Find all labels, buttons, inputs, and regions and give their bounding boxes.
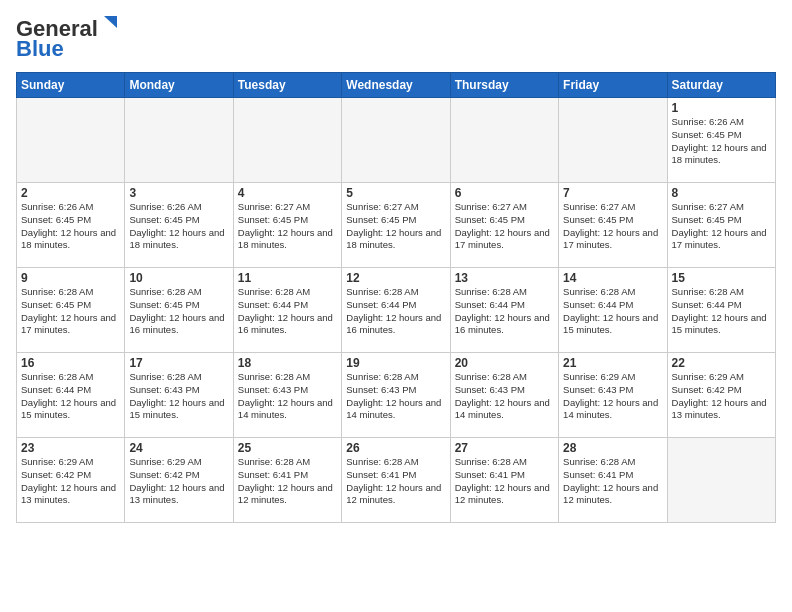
day-number: 15 xyxy=(672,271,771,285)
calendar-week-row: 9Sunrise: 6:28 AM Sunset: 6:45 PM Daylig… xyxy=(17,268,776,353)
day-info: Sunrise: 6:28 AM Sunset: 6:44 PM Dayligh… xyxy=(563,286,662,337)
calendar-cell: 7Sunrise: 6:27 AM Sunset: 6:45 PM Daylig… xyxy=(559,183,667,268)
day-info: Sunrise: 6:26 AM Sunset: 6:45 PM Dayligh… xyxy=(21,201,120,252)
calendar-cell xyxy=(342,98,450,183)
svg-marker-0 xyxy=(104,16,117,28)
logo-triangle-icon xyxy=(99,16,117,34)
day-info: Sunrise: 6:28 AM Sunset: 6:44 PM Dayligh… xyxy=(455,286,554,337)
header: General Blue xyxy=(16,16,776,62)
calendar-cell: 1Sunrise: 6:26 AM Sunset: 6:45 PM Daylig… xyxy=(667,98,775,183)
day-info: Sunrise: 6:28 AM Sunset: 6:44 PM Dayligh… xyxy=(238,286,337,337)
calendar-cell: 6Sunrise: 6:27 AM Sunset: 6:45 PM Daylig… xyxy=(450,183,558,268)
day-info: Sunrise: 6:28 AM Sunset: 6:43 PM Dayligh… xyxy=(346,371,445,422)
calendar-cell: 15Sunrise: 6:28 AM Sunset: 6:44 PM Dayli… xyxy=(667,268,775,353)
day-number: 11 xyxy=(238,271,337,285)
day-number: 12 xyxy=(346,271,445,285)
calendar-cell: 5Sunrise: 6:27 AM Sunset: 6:45 PM Daylig… xyxy=(342,183,450,268)
calendar-cell: 19Sunrise: 6:28 AM Sunset: 6:43 PM Dayli… xyxy=(342,353,450,438)
day-info: Sunrise: 6:28 AM Sunset: 6:45 PM Dayligh… xyxy=(21,286,120,337)
day-number: 9 xyxy=(21,271,120,285)
day-info: Sunrise: 6:26 AM Sunset: 6:45 PM Dayligh… xyxy=(129,201,228,252)
day-info: Sunrise: 6:29 AM Sunset: 6:43 PM Dayligh… xyxy=(563,371,662,422)
calendar-cell: 28Sunrise: 6:28 AM Sunset: 6:41 PM Dayli… xyxy=(559,438,667,523)
day-info: Sunrise: 6:28 AM Sunset: 6:44 PM Dayligh… xyxy=(672,286,771,337)
page: General Blue SundayMondayTuesdayWednesda… xyxy=(0,0,792,531)
day-info: Sunrise: 6:27 AM Sunset: 6:45 PM Dayligh… xyxy=(238,201,337,252)
day-info: Sunrise: 6:28 AM Sunset: 6:41 PM Dayligh… xyxy=(455,456,554,507)
day-number: 20 xyxy=(455,356,554,370)
calendar-cell: 23Sunrise: 6:29 AM Sunset: 6:42 PM Dayli… xyxy=(17,438,125,523)
day-info: Sunrise: 6:28 AM Sunset: 6:43 PM Dayligh… xyxy=(129,371,228,422)
day-info: Sunrise: 6:27 AM Sunset: 6:45 PM Dayligh… xyxy=(672,201,771,252)
day-of-week-header: Tuesday xyxy=(233,73,341,98)
calendar-cell xyxy=(233,98,341,183)
day-info: Sunrise: 6:28 AM Sunset: 6:41 PM Dayligh… xyxy=(238,456,337,507)
day-info: Sunrise: 6:29 AM Sunset: 6:42 PM Dayligh… xyxy=(129,456,228,507)
calendar-header-row: SundayMondayTuesdayWednesdayThursdayFrid… xyxy=(17,73,776,98)
day-number: 27 xyxy=(455,441,554,455)
calendar-cell: 2Sunrise: 6:26 AM Sunset: 6:45 PM Daylig… xyxy=(17,183,125,268)
day-number: 6 xyxy=(455,186,554,200)
calendar-cell: 13Sunrise: 6:28 AM Sunset: 6:44 PM Dayli… xyxy=(450,268,558,353)
day-number: 17 xyxy=(129,356,228,370)
day-info: Sunrise: 6:27 AM Sunset: 6:45 PM Dayligh… xyxy=(346,201,445,252)
calendar-cell: 14Sunrise: 6:28 AM Sunset: 6:44 PM Dayli… xyxy=(559,268,667,353)
day-number: 14 xyxy=(563,271,662,285)
calendar-cell: 22Sunrise: 6:29 AM Sunset: 6:42 PM Dayli… xyxy=(667,353,775,438)
day-number: 25 xyxy=(238,441,337,455)
day-info: Sunrise: 6:28 AM Sunset: 6:44 PM Dayligh… xyxy=(21,371,120,422)
calendar-cell xyxy=(17,98,125,183)
calendar-cell xyxy=(450,98,558,183)
day-number: 2 xyxy=(21,186,120,200)
day-number: 19 xyxy=(346,356,445,370)
calendar-cell: 17Sunrise: 6:28 AM Sunset: 6:43 PM Dayli… xyxy=(125,353,233,438)
calendar-week-row: 1Sunrise: 6:26 AM Sunset: 6:45 PM Daylig… xyxy=(17,98,776,183)
day-info: Sunrise: 6:28 AM Sunset: 6:41 PM Dayligh… xyxy=(563,456,662,507)
calendar-cell xyxy=(559,98,667,183)
day-of-week-header: Thursday xyxy=(450,73,558,98)
logo-container: General Blue xyxy=(16,16,117,62)
day-of-week-header: Saturday xyxy=(667,73,775,98)
calendar-cell: 20Sunrise: 6:28 AM Sunset: 6:43 PM Dayli… xyxy=(450,353,558,438)
calendar-cell: 9Sunrise: 6:28 AM Sunset: 6:45 PM Daylig… xyxy=(17,268,125,353)
day-number: 28 xyxy=(563,441,662,455)
day-info: Sunrise: 6:27 AM Sunset: 6:45 PM Dayligh… xyxy=(563,201,662,252)
day-info: Sunrise: 6:28 AM Sunset: 6:44 PM Dayligh… xyxy=(346,286,445,337)
day-of-week-header: Monday xyxy=(125,73,233,98)
day-info: Sunrise: 6:28 AM Sunset: 6:43 PM Dayligh… xyxy=(455,371,554,422)
calendar: SundayMondayTuesdayWednesdayThursdayFrid… xyxy=(16,72,776,523)
calendar-week-row: 16Sunrise: 6:28 AM Sunset: 6:44 PM Dayli… xyxy=(17,353,776,438)
day-number: 26 xyxy=(346,441,445,455)
calendar-cell: 10Sunrise: 6:28 AM Sunset: 6:45 PM Dayli… xyxy=(125,268,233,353)
day-info: Sunrise: 6:29 AM Sunset: 6:42 PM Dayligh… xyxy=(21,456,120,507)
day-of-week-header: Sunday xyxy=(17,73,125,98)
calendar-cell xyxy=(667,438,775,523)
day-info: Sunrise: 6:28 AM Sunset: 6:45 PM Dayligh… xyxy=(129,286,228,337)
day-number: 16 xyxy=(21,356,120,370)
day-number: 3 xyxy=(129,186,228,200)
calendar-cell xyxy=(125,98,233,183)
day-number: 23 xyxy=(21,441,120,455)
calendar-cell: 11Sunrise: 6:28 AM Sunset: 6:44 PM Dayli… xyxy=(233,268,341,353)
calendar-cell: 16Sunrise: 6:28 AM Sunset: 6:44 PM Dayli… xyxy=(17,353,125,438)
day-number: 7 xyxy=(563,186,662,200)
day-info: Sunrise: 6:28 AM Sunset: 6:41 PM Dayligh… xyxy=(346,456,445,507)
calendar-cell: 18Sunrise: 6:28 AM Sunset: 6:43 PM Dayli… xyxy=(233,353,341,438)
day-number: 21 xyxy=(563,356,662,370)
day-of-week-header: Wednesday xyxy=(342,73,450,98)
calendar-cell: 4Sunrise: 6:27 AM Sunset: 6:45 PM Daylig… xyxy=(233,183,341,268)
day-of-week-header: Friday xyxy=(559,73,667,98)
day-number: 13 xyxy=(455,271,554,285)
day-number: 10 xyxy=(129,271,228,285)
logo: General Blue xyxy=(16,16,117,62)
calendar-cell: 3Sunrise: 6:26 AM Sunset: 6:45 PM Daylig… xyxy=(125,183,233,268)
calendar-cell: 27Sunrise: 6:28 AM Sunset: 6:41 PM Dayli… xyxy=(450,438,558,523)
day-number: 18 xyxy=(238,356,337,370)
day-info: Sunrise: 6:29 AM Sunset: 6:42 PM Dayligh… xyxy=(672,371,771,422)
calendar-week-row: 23Sunrise: 6:29 AM Sunset: 6:42 PM Dayli… xyxy=(17,438,776,523)
day-number: 5 xyxy=(346,186,445,200)
calendar-cell: 26Sunrise: 6:28 AM Sunset: 6:41 PM Dayli… xyxy=(342,438,450,523)
day-info: Sunrise: 6:27 AM Sunset: 6:45 PM Dayligh… xyxy=(455,201,554,252)
day-number: 22 xyxy=(672,356,771,370)
day-info: Sunrise: 6:28 AM Sunset: 6:43 PM Dayligh… xyxy=(238,371,337,422)
